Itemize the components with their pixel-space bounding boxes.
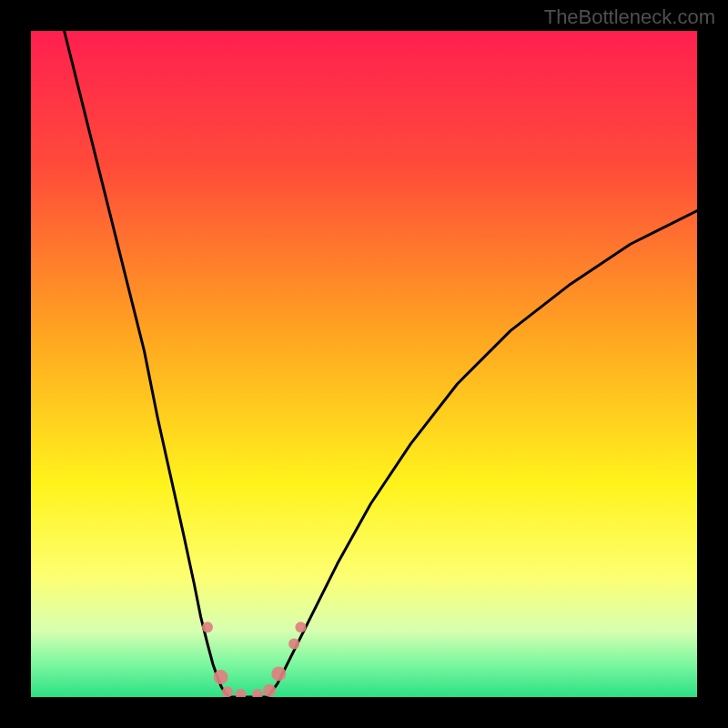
plot-area xyxy=(31,31,697,697)
data-marker xyxy=(202,622,213,632)
data-marker xyxy=(222,686,233,697)
chart-frame: TheBottleneck.com xyxy=(0,0,728,728)
data-marker xyxy=(263,684,276,697)
watermark-text: TheBottleneck.com xyxy=(544,5,715,29)
data-marker xyxy=(288,638,299,649)
chart-svg xyxy=(31,31,697,697)
data-marker xyxy=(271,666,286,681)
data-marker xyxy=(214,670,228,684)
gradient-background xyxy=(31,31,697,697)
data-marker xyxy=(295,622,306,632)
